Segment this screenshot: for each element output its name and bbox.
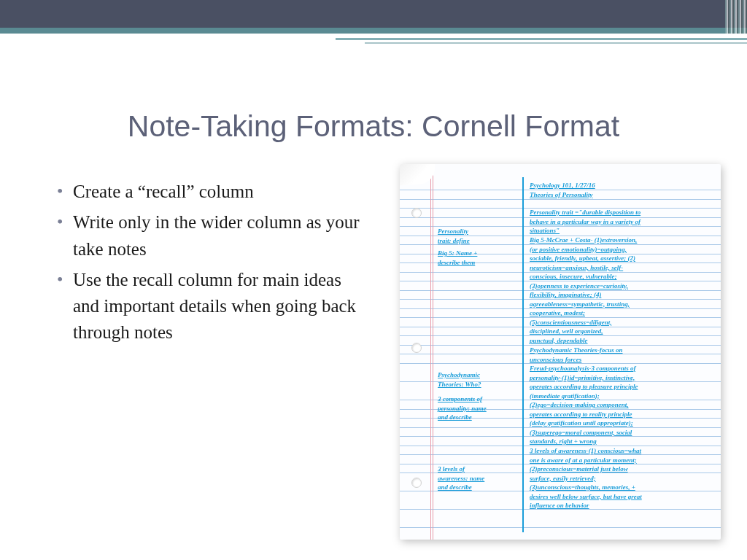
bullet-list: Create a “recall” columnWrite only in th… [57, 179, 371, 351]
recall-cue: Big 5: Name +describe them [438, 249, 518, 267]
punch-hole [411, 343, 422, 353]
slide-title: Note-Taking Formats: Cornell Format [0, 109, 747, 144]
accent-stripe-thinnest [365, 42, 747, 44]
note-content: Freud-psychoanalysis-3 components ofpers… [530, 364, 711, 446]
punch-hole [411, 478, 422, 488]
note-content: Psychodynamic Theories-focus onunconscio… [530, 346, 711, 364]
header-bar [0, 0, 747, 28]
note-content: 3 levels of awareness-(1) conscious=what… [530, 446, 711, 510]
accent-stripe-thin [336, 38, 747, 40]
note-content: Personality trait ="durable disposition … [530, 208, 711, 236]
note-content: Big 5-McCrae + Costa- (1)extroversion,(o… [530, 236, 711, 345]
notebook-image: Psychology 101, 1/27/16Theories of Perso… [400, 164, 721, 540]
recall-cue: PsychodynamicTheories: Who? [438, 370, 518, 389]
recall-cue: 3 components ofpersonality: nameand desc… [438, 394, 518, 422]
recall-cue: Personalitytrait: define [438, 227, 518, 245]
recall-cue: 3 levels ofawareness: nameand describe [438, 464, 518, 492]
bullet-item: Write only in the wider column as your t… [57, 209, 371, 262]
note-content: Psychology 101, 1/27/16Theories of Perso… [530, 181, 711, 199]
bullet-item: Create a “recall” column [57, 179, 371, 205]
accent-stripe [0, 28, 747, 34]
cornell-divider [522, 177, 524, 532]
edge-decoration [725, 0, 747, 34]
punch-hole [411, 208, 422, 218]
bullet-item: Use the recall column for main ideas and… [57, 267, 371, 346]
